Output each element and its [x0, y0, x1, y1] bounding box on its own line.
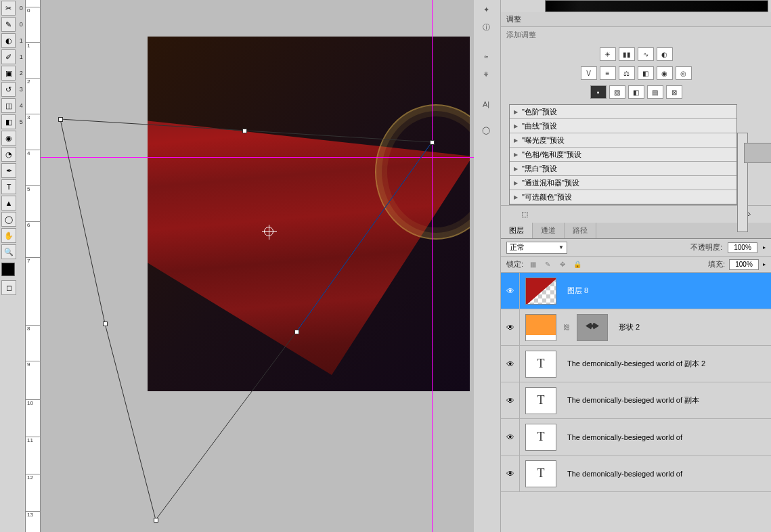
type-tool[interactable]: T — [1, 179, 16, 194]
preset-item[interactable]: ▶"通道混和器"预设 — [510, 176, 736, 190]
preset-scrollbar[interactable] — [737, 133, 748, 232]
visibility-toggle[interactable]: 👁 — [501, 273, 520, 309]
quickmask-toggle[interactable]: ◻ — [1, 280, 16, 295]
pen-tool[interactable]: ✒ — [1, 163, 16, 178]
gradient-tool[interactable]: ◧ — [1, 114, 16, 129]
brightness-icon[interactable]: ☀ — [600, 47, 616, 61]
photo-filter-icon[interactable]: ◉ — [657, 66, 673, 80]
color-balance-icon[interactable]: ⚖ — [619, 66, 635, 80]
preset-item[interactable]: ▶"色相/饱和度"预设 — [510, 148, 736, 162]
blend-mode-select[interactable]: 正常▼ — [506, 242, 567, 254]
layer-mask-thumbnail[interactable] — [577, 314, 608, 341]
layer-fill-thumbnail[interactable] — [525, 314, 556, 341]
zoom-tool[interactable]: 🔍 — [1, 244, 16, 259]
invert-icon[interactable]: ▪ — [590, 85, 607, 99]
layer-thumbnail[interactable]: T — [525, 387, 556, 414]
scrollbar-thumb[interactable] — [744, 143, 771, 163]
layers-list: 👁 图层 8 👁 ⛓ 形状 2 👁 T The demonically-besi… — [501, 273, 771, 516]
tab-layers[interactable]: 图层 — [501, 223, 533, 238]
guide-vertical[interactable] — [432, 0, 433, 532]
crop-tool[interactable]: ✂ — [1, 1, 16, 16]
curves-icon[interactable]: ∿ — [638, 47, 654, 61]
fill-flyout-icon[interactable]: ▸ — [763, 261, 766, 267]
ruler-tick: 13 — [26, 511, 40, 518]
foreground-color[interactable] — [1, 263, 15, 276]
clip-icon[interactable]: ⬚ — [521, 210, 528, 219]
layer-name[interactable]: The demonically-besieged world of — [562, 470, 771, 478]
lock-position-icon[interactable]: ✥ — [557, 260, 568, 269]
color-icon[interactable]: ≈ — [477, 49, 495, 65]
healing-tool[interactable]: ◐ — [1, 33, 16, 48]
layer-name[interactable]: The demonically-besieged world of — [562, 433, 771, 441]
layer-thumbnail[interactable]: T — [525, 424, 556, 451]
history-brush-tool[interactable]: ↺ — [1, 82, 16, 97]
layer-name[interactable]: The demonically-besieged world of 副本 — [562, 395, 771, 405]
visibility-toggle[interactable]: 👁 — [501, 346, 520, 382]
fill-input[interactable]: 100% — [729, 259, 759, 270]
eyedropper-tool[interactable]: ✎ — [1, 17, 16, 32]
visibility-toggle[interactable]: 👁 — [501, 456, 520, 491]
posterize-icon[interactable]: ▨ — [609, 85, 625, 99]
transform-handle[interactable] — [430, 140, 435, 145]
transform-handle[interactable] — [58, 117, 63, 122]
guide-horizontal[interactable] — [41, 157, 474, 158]
layer-row[interactable]: 👁 T The demonically-besieged world of 副本 — [501, 382, 771, 419]
character-icon[interactable]: A| — [477, 96, 495, 112]
eraser-tool[interactable]: ◫ — [1, 98, 16, 113]
blur-tool[interactable]: ◉ — [1, 131, 16, 146]
navigator-icon[interactable]: ✦ — [477, 1, 495, 18]
shape-tool[interactable]: ◯ — [1, 212, 16, 227]
layer-row[interactable]: 👁 T The demonically-besieged world of — [501, 419, 771, 456]
layer-thumbnail[interactable] — [525, 278, 556, 305]
lock-pixels-icon[interactable]: ✎ — [542, 260, 553, 269]
brush-tool[interactable]: ✐ — [1, 49, 16, 64]
visibility-toggle[interactable]: 👁 — [501, 382, 520, 418]
opacity-input[interactable]: 100% — [728, 242, 757, 253]
path-select-tool[interactable]: ▲ — [1, 196, 16, 210]
hue-sat-icon[interactable]: ≡ — [600, 66, 616, 80]
visibility-toggle[interactable]: 👁 — [501, 309, 520, 345]
lock-transparency-icon[interactable]: ▦ — [527, 260, 538, 269]
selective-color-icon[interactable]: ⊠ — [666, 85, 682, 99]
exposure-icon[interactable]: ◐ — [657, 47, 673, 61]
canvas-area[interactable] — [41, 0, 474, 532]
levels-icon[interactable]: ▮▮ — [619, 47, 635, 61]
tab-paths[interactable]: 路径 — [565, 223, 596, 238]
layer-row[interactable]: 👁 图层 8 — [501, 273, 771, 309]
dodge-tool[interactable]: ◔ — [1, 147, 16, 162]
layer-row[interactable]: 👁 T The demonically-besieged world of 副本… — [501, 346, 771, 382]
channel-mixer-icon[interactable]: ◎ — [676, 66, 692, 80]
threshold-icon[interactable]: ◧ — [628, 85, 644, 99]
preset-item[interactable]: ▶"曝光度"预设 — [510, 133, 736, 148]
transform-handle[interactable] — [294, 330, 299, 334]
vibrance-icon[interactable]: V — [581, 66, 597, 80]
layer-name[interactable]: 形状 2 — [613, 322, 771, 332]
preset-item[interactable]: ▶"黑白"预设 — [510, 162, 736, 176]
layer-row[interactable]: 👁 ⛓ 形状 2 — [501, 309, 771, 346]
swatches-icon[interactable]: ⚘ — [477, 66, 495, 83]
layer-thumbnail[interactable]: T — [525, 351, 556, 378]
layer-name[interactable]: The demonically-besieged world of 副本 2 — [562, 359, 771, 369]
transform-handle[interactable] — [103, 322, 108, 326]
layer-controls-row2: 锁定: ▦ ✎ ✥ 🔒 填充: 100% ▸ — [501, 257, 771, 273]
transform-handle[interactable] — [242, 129, 247, 133]
preset-item[interactable]: ▶"曲线"预设 — [510, 119, 736, 133]
layer-thumbnail[interactable]: T — [525, 460, 556, 487]
opacity-flyout-icon[interactable]: ▸ — [763, 244, 766, 250]
stamp-tool[interactable]: ▣ — [1, 66, 16, 81]
transform-handle[interactable] — [154, 518, 158, 523]
info-icon[interactable]: ⓘ — [477, 19, 495, 35]
gradient-map-icon[interactable]: ▤ — [647, 85, 663, 99]
hand-tool[interactable]: ✋ — [1, 228, 16, 243]
mask-icon[interactable]: ◯ — [477, 122, 495, 138]
tab-channels[interactable]: 通道 — [533, 223, 565, 238]
layer-row[interactable]: 👁 T The demonically-besieged world of — [501, 456, 771, 492]
visibility-toggle[interactable]: 👁 — [501, 419, 520, 455]
right-panels: ✦ ⓘ ≈ ⚘ A| ◯ 调整 添加调整 ☀ ▮▮ ∿ ◐ V ≡ ⚖ ◧ — [474, 0, 771, 532]
lock-all-icon[interactable]: 🔒 — [572, 260, 583, 269]
transform-center[interactable] — [264, 227, 273, 236]
layer-name[interactable]: 图层 8 — [562, 286, 771, 296]
preset-item[interactable]: ▶"可选颜色"预设 — [510, 190, 736, 204]
bw-icon[interactable]: ◧ — [638, 66, 654, 80]
preset-item[interactable]: ▶"色阶"预设 — [510, 105, 736, 119]
